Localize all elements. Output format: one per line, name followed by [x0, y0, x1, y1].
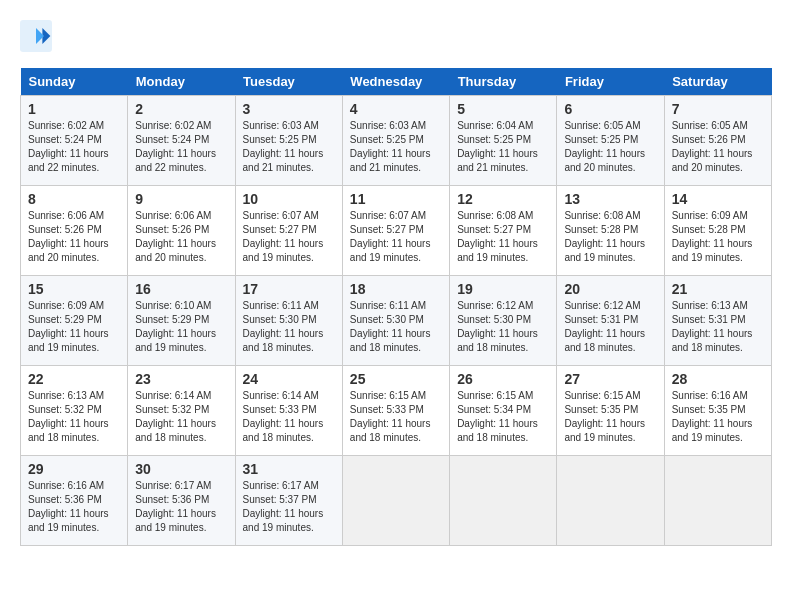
- day-number: 20: [564, 281, 656, 297]
- day-number: 9: [135, 191, 227, 207]
- day-number: 24: [243, 371, 335, 387]
- calendar-cell: 22Sunrise: 6:13 AM Sunset: 5:32 PM Dayli…: [21, 366, 128, 456]
- day-number: 3: [243, 101, 335, 117]
- calendar-cell: 31Sunrise: 6:17 AM Sunset: 5:37 PM Dayli…: [235, 456, 342, 546]
- day-number: 21: [672, 281, 764, 297]
- calendar-cell: 12Sunrise: 6:08 AM Sunset: 5:27 PM Dayli…: [450, 186, 557, 276]
- calendar-week-2: 8Sunrise: 6:06 AM Sunset: 5:26 PM Daylig…: [21, 186, 772, 276]
- day-info: Sunrise: 6:06 AM Sunset: 5:26 PM Dayligh…: [28, 209, 120, 265]
- day-number: 30: [135, 461, 227, 477]
- day-number: 27: [564, 371, 656, 387]
- calendar-cell: 20Sunrise: 6:12 AM Sunset: 5:31 PM Dayli…: [557, 276, 664, 366]
- day-info: Sunrise: 6:05 AM Sunset: 5:26 PM Dayligh…: [672, 119, 764, 175]
- calendar-cell: 23Sunrise: 6:14 AM Sunset: 5:32 PM Dayli…: [128, 366, 235, 456]
- day-number: 5: [457, 101, 549, 117]
- day-number: 12: [457, 191, 549, 207]
- calendar-cell: 24Sunrise: 6:14 AM Sunset: 5:33 PM Dayli…: [235, 366, 342, 456]
- day-info: Sunrise: 6:02 AM Sunset: 5:24 PM Dayligh…: [28, 119, 120, 175]
- day-info: Sunrise: 6:05 AM Sunset: 5:25 PM Dayligh…: [564, 119, 656, 175]
- calendar-cell: [664, 456, 771, 546]
- calendar-cell: 25Sunrise: 6:15 AM Sunset: 5:33 PM Dayli…: [342, 366, 449, 456]
- day-info: Sunrise: 6:13 AM Sunset: 5:32 PM Dayligh…: [28, 389, 120, 445]
- day-number: 1: [28, 101, 120, 117]
- day-number: 17: [243, 281, 335, 297]
- day-number: 11: [350, 191, 442, 207]
- day-info: Sunrise: 6:07 AM Sunset: 5:27 PM Dayligh…: [350, 209, 442, 265]
- calendar-cell: 6Sunrise: 6:05 AM Sunset: 5:25 PM Daylig…: [557, 96, 664, 186]
- day-info: Sunrise: 6:11 AM Sunset: 5:30 PM Dayligh…: [243, 299, 335, 355]
- calendar-cell: 10Sunrise: 6:07 AM Sunset: 5:27 PM Dayli…: [235, 186, 342, 276]
- calendar-cell: 19Sunrise: 6:12 AM Sunset: 5:30 PM Dayli…: [450, 276, 557, 366]
- weekday-header-tuesday: Tuesday: [235, 68, 342, 96]
- day-number: 6: [564, 101, 656, 117]
- calendar-week-5: 29Sunrise: 6:16 AM Sunset: 5:36 PM Dayli…: [21, 456, 772, 546]
- calendar-cell: 11Sunrise: 6:07 AM Sunset: 5:27 PM Dayli…: [342, 186, 449, 276]
- day-number: 16: [135, 281, 227, 297]
- day-info: Sunrise: 6:08 AM Sunset: 5:28 PM Dayligh…: [564, 209, 656, 265]
- day-info: Sunrise: 6:12 AM Sunset: 5:31 PM Dayligh…: [564, 299, 656, 355]
- weekday-header-sunday: Sunday: [21, 68, 128, 96]
- calendar-cell: 5Sunrise: 6:04 AM Sunset: 5:25 PM Daylig…: [450, 96, 557, 186]
- day-info: Sunrise: 6:16 AM Sunset: 5:36 PM Dayligh…: [28, 479, 120, 535]
- day-info: Sunrise: 6:15 AM Sunset: 5:33 PM Dayligh…: [350, 389, 442, 445]
- calendar-cell: 28Sunrise: 6:16 AM Sunset: 5:35 PM Dayli…: [664, 366, 771, 456]
- day-info: Sunrise: 6:04 AM Sunset: 5:25 PM Dayligh…: [457, 119, 549, 175]
- day-info: Sunrise: 6:13 AM Sunset: 5:31 PM Dayligh…: [672, 299, 764, 355]
- day-info: Sunrise: 6:15 AM Sunset: 5:35 PM Dayligh…: [564, 389, 656, 445]
- calendar-cell: [557, 456, 664, 546]
- day-number: 19: [457, 281, 549, 297]
- calendar-cell: [450, 456, 557, 546]
- calendar-cell: 7Sunrise: 6:05 AM Sunset: 5:26 PM Daylig…: [664, 96, 771, 186]
- day-number: 10: [243, 191, 335, 207]
- weekday-header-row: SundayMondayTuesdayWednesdayThursdayFrid…: [21, 68, 772, 96]
- calendar-cell: 14Sunrise: 6:09 AM Sunset: 5:28 PM Dayli…: [664, 186, 771, 276]
- day-info: Sunrise: 6:09 AM Sunset: 5:28 PM Dayligh…: [672, 209, 764, 265]
- day-number: 18: [350, 281, 442, 297]
- calendar-week-3: 15Sunrise: 6:09 AM Sunset: 5:29 PM Dayli…: [21, 276, 772, 366]
- calendar-cell: 29Sunrise: 6:16 AM Sunset: 5:36 PM Dayli…: [21, 456, 128, 546]
- calendar-week-4: 22Sunrise: 6:13 AM Sunset: 5:32 PM Dayli…: [21, 366, 772, 456]
- day-info: Sunrise: 6:14 AM Sunset: 5:32 PM Dayligh…: [135, 389, 227, 445]
- calendar-cell: 15Sunrise: 6:09 AM Sunset: 5:29 PM Dayli…: [21, 276, 128, 366]
- calendar-cell: 26Sunrise: 6:15 AM Sunset: 5:34 PM Dayli…: [450, 366, 557, 456]
- day-info: Sunrise: 6:10 AM Sunset: 5:29 PM Dayligh…: [135, 299, 227, 355]
- day-number: 23: [135, 371, 227, 387]
- weekday-header-thursday: Thursday: [450, 68, 557, 96]
- calendar-cell: 21Sunrise: 6:13 AM Sunset: 5:31 PM Dayli…: [664, 276, 771, 366]
- calendar-week-1: 1Sunrise: 6:02 AM Sunset: 5:24 PM Daylig…: [21, 96, 772, 186]
- weekday-header-monday: Monday: [128, 68, 235, 96]
- day-info: Sunrise: 6:06 AM Sunset: 5:26 PM Dayligh…: [135, 209, 227, 265]
- day-number: 28: [672, 371, 764, 387]
- calendar-cell: 18Sunrise: 6:11 AM Sunset: 5:30 PM Dayli…: [342, 276, 449, 366]
- page-header: [20, 20, 772, 52]
- day-number: 15: [28, 281, 120, 297]
- day-number: 8: [28, 191, 120, 207]
- day-number: 14: [672, 191, 764, 207]
- day-number: 22: [28, 371, 120, 387]
- day-number: 25: [350, 371, 442, 387]
- day-number: 13: [564, 191, 656, 207]
- day-info: Sunrise: 6:08 AM Sunset: 5:27 PM Dayligh…: [457, 209, 549, 265]
- calendar-cell: 17Sunrise: 6:11 AM Sunset: 5:30 PM Dayli…: [235, 276, 342, 366]
- logo: [20, 20, 56, 52]
- calendar-cell: 8Sunrise: 6:06 AM Sunset: 5:26 PM Daylig…: [21, 186, 128, 276]
- day-info: Sunrise: 6:17 AM Sunset: 5:36 PM Dayligh…: [135, 479, 227, 535]
- day-info: Sunrise: 6:03 AM Sunset: 5:25 PM Dayligh…: [243, 119, 335, 175]
- calendar-cell: 9Sunrise: 6:06 AM Sunset: 5:26 PM Daylig…: [128, 186, 235, 276]
- calendar-cell: 16Sunrise: 6:10 AM Sunset: 5:29 PM Dayli…: [128, 276, 235, 366]
- day-number: 31: [243, 461, 335, 477]
- day-info: Sunrise: 6:17 AM Sunset: 5:37 PM Dayligh…: [243, 479, 335, 535]
- day-number: 7: [672, 101, 764, 117]
- calendar-table: SundayMondayTuesdayWednesdayThursdayFrid…: [20, 68, 772, 546]
- day-info: Sunrise: 6:15 AM Sunset: 5:34 PM Dayligh…: [457, 389, 549, 445]
- calendar-cell: [342, 456, 449, 546]
- weekday-header-friday: Friday: [557, 68, 664, 96]
- calendar-body: 1Sunrise: 6:02 AM Sunset: 5:24 PM Daylig…: [21, 96, 772, 546]
- day-info: Sunrise: 6:09 AM Sunset: 5:29 PM Dayligh…: [28, 299, 120, 355]
- day-info: Sunrise: 6:07 AM Sunset: 5:27 PM Dayligh…: [243, 209, 335, 265]
- calendar-cell: 2Sunrise: 6:02 AM Sunset: 5:24 PM Daylig…: [128, 96, 235, 186]
- day-number: 29: [28, 461, 120, 477]
- day-number: 2: [135, 101, 227, 117]
- calendar-cell: 30Sunrise: 6:17 AM Sunset: 5:36 PM Dayli…: [128, 456, 235, 546]
- weekday-header-wednesday: Wednesday: [342, 68, 449, 96]
